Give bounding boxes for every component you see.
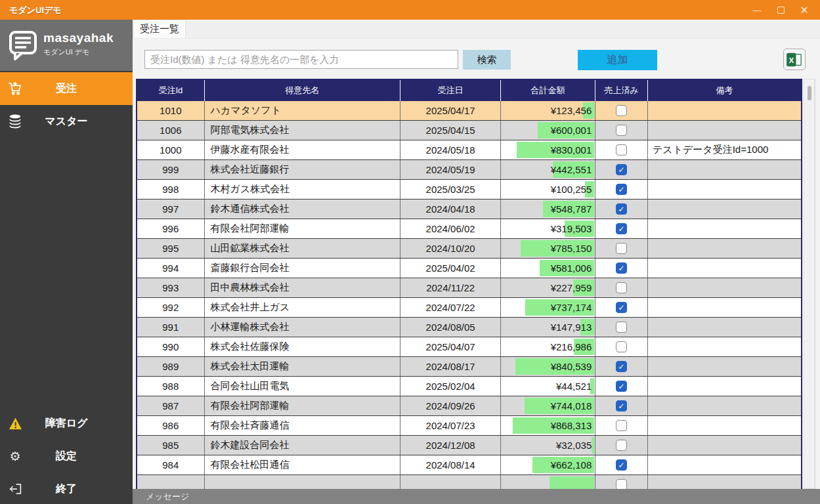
search-input[interactable] bbox=[144, 50, 458, 69]
cell-customer-name: 株式会社太田運輸 bbox=[205, 357, 401, 376]
sold-checkbox[interactable] bbox=[616, 223, 627, 234]
table-row[interactable]: 997 鈴木通信株式会社 2024/04/18 ¥548,787 bbox=[137, 200, 801, 219]
table-row[interactable]: 985 鈴木建設合同会社 2024/12/08 ¥32,035 bbox=[137, 436, 801, 455]
sold-checkbox[interactable] bbox=[616, 282, 627, 293]
sold-checkbox[interactable] bbox=[616, 105, 627, 116]
table-scrollbar[interactable] bbox=[804, 79, 815, 489]
sold-checkbox[interactable] bbox=[616, 440, 627, 451]
cell-order-id: 986 bbox=[137, 416, 205, 435]
sold-checkbox[interactable] bbox=[616, 184, 627, 195]
sold-checkbox[interactable] bbox=[616, 341, 627, 352]
amount-text: ¥123,456 bbox=[551, 105, 592, 116]
sold-checkbox[interactable] bbox=[616, 459, 627, 471]
cell-sold bbox=[595, 475, 648, 489]
table-row[interactable]: 1006 阿部電気株式会社 2025/04/15 ¥600,001 bbox=[137, 121, 801, 140]
column-header-sold[interactable]: 売上済み bbox=[595, 80, 648, 101]
cell-sold bbox=[595, 337, 648, 356]
sidebar-item-orders[interactable]: 受注 bbox=[0, 72, 133, 105]
cell-order-id: 996 bbox=[137, 219, 205, 238]
app-name: masayahak bbox=[43, 31, 114, 45]
cell-order-date: 2024/06/02 bbox=[400, 219, 500, 238]
table-row[interactable]: 984 有限会社松田通信 2024/08/14 ¥662,108 bbox=[137, 455, 801, 475]
table-row[interactable]: 992 株式会社井上ガス 2024/07/22 ¥737,174 bbox=[137, 298, 801, 318]
sold-checkbox[interactable] bbox=[616, 420, 627, 431]
cell-customer-name: 鈴木建設合同会社 bbox=[205, 436, 401, 455]
close-button[interactable]: ✕ bbox=[792, 0, 816, 20]
column-header-note[interactable]: 備考 bbox=[648, 80, 801, 101]
amount-text: ¥227,959 bbox=[551, 282, 592, 293]
cell-note bbox=[648, 239, 801, 258]
table-row[interactable]: 996 有限会社阿部運輸 2024/06/02 ¥319,503 bbox=[137, 219, 801, 239]
table-row[interactable]: 998 木村ガス株式会社 2025/03/25 ¥100,255 bbox=[137, 180, 801, 200]
excel-export-button[interactable]: X bbox=[783, 49, 806, 70]
sold-checkbox[interactable] bbox=[616, 400, 627, 411]
table-row[interactable]: 993 田中農林株式会社 2024/11/22 ¥227,959 bbox=[137, 278, 801, 298]
amount-text: ¥216,986 bbox=[551, 341, 592, 352]
cell-note: テストデータ受注Id=1000 bbox=[648, 140, 801, 159]
table-row[interactable]: 987 有限会社阿部運輸 2024/09/26 ¥744,018 bbox=[137, 396, 801, 416]
cell-total-amount bbox=[501, 475, 595, 489]
cell-customer-name: 有限会社松田通信 bbox=[205, 455, 401, 474]
table-row[interactable]: 994 斎藤銀行合同会社 2025/04/02 ¥581,006 bbox=[137, 259, 801, 278]
table-row[interactable]: 988 合同会社山田電気 2025/02/04 ¥44,521 bbox=[137, 377, 801, 396]
cell-note bbox=[648, 101, 801, 120]
table-row[interactable]: 989 株式会社太田運輸 2024/08/17 ¥840,539 bbox=[137, 357, 801, 377]
column-header-amount[interactable]: 合計金額 bbox=[501, 80, 595, 101]
column-header-order-id[interactable]: 受注Id bbox=[137, 80, 205, 101]
sold-checkbox[interactable] bbox=[616, 203, 627, 215]
minimize-button[interactable]: — bbox=[745, 0, 769, 20]
cell-sold bbox=[595, 259, 648, 278]
cell-order-date: 2024/07/23 bbox=[400, 416, 500, 435]
cell-note bbox=[648, 337, 801, 356]
cell-customer-name: 株式会社井上ガス bbox=[205, 298, 401, 317]
table-row[interactable]: 1000 伊藤水産有限会社 2024/05/18 ¥830,001 テストデータ… bbox=[137, 140, 801, 160]
status-bar: メッセージ bbox=[133, 489, 820, 504]
search-button[interactable]: 検索 bbox=[463, 50, 511, 70]
sidebar-item-label: 障害ログ bbox=[0, 417, 133, 430]
sidebar-item-settings[interactable]: ⚙ 設定 bbox=[0, 440, 133, 472]
cell-sold bbox=[595, 416, 648, 435]
add-button[interactable]: 追加 bbox=[578, 50, 657, 70]
table-row[interactable]: 999 株式会社近藤銀行 2024/05/19 ¥442,551 bbox=[137, 160, 801, 180]
cell-total-amount: ¥100,255 bbox=[501, 180, 595, 199]
sold-checkbox[interactable] bbox=[616, 381, 627, 392]
cell-order-id: 995 bbox=[137, 239, 205, 258]
sold-checkbox[interactable] bbox=[616, 243, 627, 254]
sidebar-item-exit[interactable]: 終了 bbox=[0, 472, 133, 504]
cell-order-date: 2025/04/17 bbox=[400, 101, 500, 120]
table-row[interactable] bbox=[137, 475, 801, 489]
cell-total-amount: ¥785,150 bbox=[501, 239, 595, 258]
table-row[interactable]: 1010 ハカマタソフト 2025/04/17 ¥123,456 bbox=[137, 101, 801, 121]
sold-checkbox[interactable] bbox=[616, 479, 627, 489]
sold-checkbox[interactable] bbox=[616, 302, 627, 313]
amount-text: ¥662,108 bbox=[551, 459, 592, 471]
table-row[interactable]: 991 小林運輸株式会社 2024/08/05 ¥147,913 bbox=[137, 318, 801, 337]
sold-checkbox[interactable] bbox=[616, 361, 627, 372]
amount-text: ¥868,313 bbox=[551, 420, 592, 431]
main-area: 受注一覧 検索 追加 X 受注Id 得意先名 受注日 合計金額 売上済み 備考 … bbox=[133, 20, 820, 504]
sidebar-item-master[interactable]: マスター bbox=[0, 105, 133, 138]
column-header-customer[interactable]: 得意先名 bbox=[205, 80, 401, 101]
cell-order-id: 987 bbox=[137, 396, 205, 415]
sold-checkbox[interactable] bbox=[616, 125, 627, 136]
cell-sold bbox=[595, 318, 648, 337]
cell-sold bbox=[595, 396, 648, 415]
cell-order-id: 1000 bbox=[137, 140, 205, 159]
table-row[interactable]: 986 有限会社斉藤通信 2024/07/23 ¥868,313 bbox=[137, 416, 801, 436]
sold-checkbox[interactable] bbox=[616, 144, 627, 156]
cell-customer-name: 斎藤銀行合同会社 bbox=[205, 259, 401, 278]
table-row[interactable]: 995 山田鉱業株式会社 2024/10/20 ¥785,150 bbox=[137, 239, 801, 259]
maximize-button[interactable] bbox=[769, 0, 792, 20]
column-header-date[interactable]: 受注日 bbox=[400, 80, 500, 101]
sidebar-item-errorlog[interactable]: 障害ログ bbox=[0, 407, 133, 440]
cell-sold bbox=[595, 140, 648, 159]
tab-order-list[interactable]: 受注一覧 bbox=[133, 20, 186, 38]
sold-checkbox[interactable] bbox=[616, 262, 627, 274]
sold-checkbox[interactable] bbox=[616, 322, 627, 333]
sold-checkbox[interactable] bbox=[616, 164, 627, 175]
cell-customer-name: 株式会社近藤銀行 bbox=[205, 160, 401, 179]
cell-total-amount: ¥548,787 bbox=[501, 200, 595, 219]
scrollbar-thumb[interactable] bbox=[808, 86, 811, 100]
cell-note bbox=[648, 436, 801, 455]
table-row[interactable]: 990 株式会社佐藤保険 2025/04/07 ¥216,986 bbox=[137, 337, 801, 357]
